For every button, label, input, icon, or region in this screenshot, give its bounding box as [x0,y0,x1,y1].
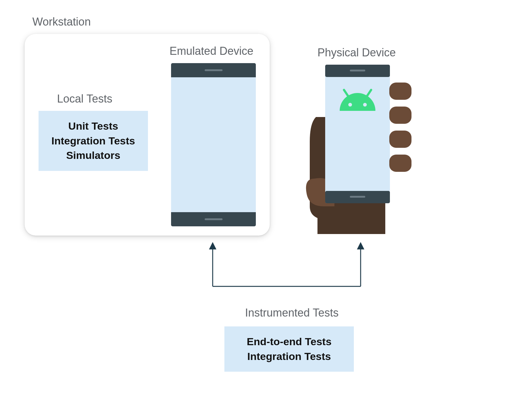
hand-holding-phone-icon [301,62,418,234]
svg-point-8 [348,103,352,107]
workstation-card: Local Tests Unit Tests Integration Tests… [25,34,270,236]
instrumented-tests-heading: Instrumented Tests [245,306,339,319]
local-tests-line: Unit Tests [49,119,137,134]
svg-point-9 [363,103,367,107]
emulated-device-phone [171,63,256,226]
connector-arrows [207,240,367,293]
svg-rect-5 [350,196,365,198]
svg-rect-12 [389,131,411,148]
local-tests-line: Integration Tests [49,134,137,148]
local-tests-line: Simulators [49,148,137,163]
phone-speaker-icon [205,69,223,71]
instrumented-tests-box: End-to-end Tests Integration Tests [224,326,354,372]
emulated-device-label: Emulated Device [170,45,253,58]
svg-rect-1 [325,65,390,203]
phone-speaker-icon [205,218,223,220]
workstation-label: Workstation [32,15,91,28]
svg-rect-3 [350,70,365,71]
instrumented-tests-line: Integration Tests [235,349,343,364]
physical-device-label: Physical Device [317,46,396,59]
svg-rect-11 [389,107,411,124]
svg-rect-13 [389,155,411,172]
local-tests-box: Unit Tests Integration Tests Simulators [39,111,148,171]
local-tests-heading: Local Tests [57,92,112,105]
instrumented-tests-line: End-to-end Tests [235,334,343,349]
svg-rect-10 [389,83,411,100]
